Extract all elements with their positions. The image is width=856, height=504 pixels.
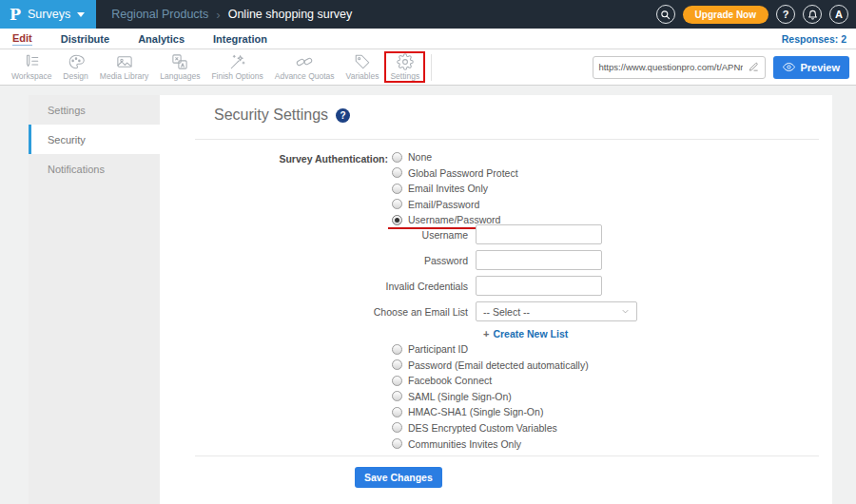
search-icon — [660, 10, 671, 20]
username-input[interactable] — [476, 224, 602, 244]
radio-icon[interactable] — [392, 376, 402, 386]
sidebar-item-notifications[interactable]: Notifications — [29, 154, 160, 184]
username-row: Username — [195, 224, 637, 244]
auth-options-bottom: Participant ID Password (Email detected … — [392, 343, 589, 450]
radio-icon[interactable] — [392, 167, 402, 178]
breadcrumb-folder[interactable]: Regional Products — [111, 8, 208, 21]
edit-url-button[interactable] — [743, 62, 765, 72]
toolbar-right: https://www.questionpro.com/t/APNrFZ Pre… — [593, 56, 856, 79]
bell-icon — [807, 10, 818, 20]
avatar[interactable]: A — [829, 5, 848, 24]
search-button[interactable] — [656, 5, 675, 24]
tab-integration[interactable]: Integration — [213, 33, 267, 45]
questionpro-logo: P — [10, 6, 21, 24]
pencil-icon — [749, 62, 759, 72]
radio-icon[interactable] — [392, 438, 402, 449]
radio-icon[interactable] — [392, 152, 402, 163]
radio-global-password-protect[interactable]: Global Password Protect — [392, 167, 518, 179]
chevron-down-icon — [620, 306, 636, 317]
upgrade-now-button[interactable]: Upgrade Now — [683, 6, 768, 24]
invalid-credentials-row: Invalid Credentials — [195, 276, 637, 296]
eye-icon — [783, 61, 795, 73]
topbar-actions: Upgrade Now ? A — [656, 5, 856, 24]
radio-icon[interactable] — [392, 199, 402, 209]
email-list-row: Choose an Email List -- Select -- — [195, 301, 637, 321]
breadcrumb-separator: › — [216, 8, 220, 22]
toolbar-item-workspace[interactable]: Workspace — [6, 51, 57, 83]
survey-authentication-label: Survey Authentication: — [195, 153, 388, 165]
radio-saml-sso[interactable]: SAML (Single Sign-On) — [392, 391, 589, 402]
design-icon — [68, 53, 85, 70]
email-list-label: Choose an Email List — [195, 306, 476, 318]
radio-communities-invites-only[interactable]: Communities Invites Only — [392, 438, 589, 450]
media-library-icon — [116, 53, 133, 70]
toolbar-item-advance-quotas[interactable]: Advance Quotas — [269, 51, 340, 83]
tab-edit[interactable]: Edit — [12, 32, 32, 46]
survey-url-field[interactable]: https://www.questionpro.com/t/APNrFZ — [593, 56, 766, 79]
radio-email-invites-only[interactable]: Email Invites Only — [392, 183, 518, 194]
auth-options-top: None Global Password Protect Email Invit… — [392, 151, 518, 225]
toolbar-item-design[interactable]: Design — [57, 51, 93, 83]
radio-des-encrypted-custom-variables[interactable]: DES Encrypted Custom Variables — [392, 422, 589, 434]
radio-icon[interactable] — [392, 391, 402, 401]
radio-icon[interactable] — [392, 359, 402, 370]
plus-icon: + — [483, 328, 489, 339]
password-input[interactable] — [476, 250, 602, 270]
toolbar-item-finish-options[interactable]: Finish Options — [205, 51, 268, 83]
invalid-credentials-input[interactable] — [476, 276, 602, 296]
help-icon[interactable]: ? — [336, 108, 350, 123]
radio-icon[interactable] — [392, 184, 402, 194]
survey-url-text: https://www.questionpro.com/t/APNrFZ — [593, 62, 743, 72]
content-area: Settings Security Notifications Security… — [0, 86, 856, 504]
divider — [195, 456, 819, 456]
password-label: Password — [195, 255, 476, 266]
radio-participant-id[interactable]: Participant ID — [392, 343, 589, 355]
surveys-menu-label: Surveys — [28, 8, 70, 21]
settings-gear-icon — [397, 53, 414, 70]
invalid-credentials-label: Invalid Credentials — [195, 281, 476, 292]
chevron-down-icon — [77, 12, 85, 17]
credential-fields: Username Password Invalid Credentials Ch… — [195, 224, 637, 327]
notifications-button[interactable] — [803, 5, 822, 24]
email-list-select[interactable]: -- Select -- — [476, 301, 637, 321]
survey-toolbar: Workspace Design Media Library Languages… — [0, 49, 856, 86]
radio-email-password[interactable]: Email/Password — [392, 199, 518, 210]
radio-password-email-detected[interactable]: Password (Email detected automatically) — [392, 359, 589, 371]
toolbar-item-variables[interactable]: Variables — [340, 51, 385, 83]
variables-icon — [354, 53, 371, 70]
create-new-list-link[interactable]: + Create New List — [483, 328, 568, 339]
password-row: Password — [195, 250, 637, 270]
radio-icon[interactable] — [392, 344, 402, 355]
workspace-icon — [23, 53, 40, 70]
username-label: Username — [195, 229, 476, 241]
toolbar-item-media-library[interactable]: Media Library — [94, 51, 155, 83]
toolbar-item-settings[interactable]: Settings — [384, 51, 425, 83]
radio-none[interactable]: None — [392, 151, 518, 163]
sidebar-item-settings[interactable]: Settings — [29, 95, 160, 125]
radio-icon[interactable] — [392, 407, 402, 417]
finish-options-icon — [229, 53, 246, 70]
radio-icon[interactable] — [392, 422, 402, 433]
responses-count[interactable]: Responses: 2 — [782, 33, 856, 45]
breadcrumb: Regional Products › Online shopping surv… — [111, 8, 352, 22]
languages-icon — [171, 53, 188, 70]
advance-quotas-icon — [296, 53, 313, 70]
email-list-selected-value: -- Select -- — [477, 306, 620, 318]
save-changes-button[interactable]: Save Changes — [355, 467, 442, 488]
radio-facebook-connect[interactable]: Facebook Connect — [392, 375, 589, 386]
breadcrumb-survey-name: Online shopping survey — [228, 8, 353, 21]
security-settings-panel: Security Settings ? Survey Authenticatio… — [160, 95, 832, 504]
surveys-menu[interactable]: P Surveys — [0, 0, 96, 29]
tab-distribute[interactable]: Distribute — [61, 33, 109, 45]
preview-button[interactable]: Preview — [773, 56, 849, 79]
toolbar-item-languages[interactable]: Languages — [154, 51, 205, 83]
tab-analytics[interactable]: Analytics — [138, 33, 185, 45]
survey-tab-bar: Edit Distribute Analytics Integration Re… — [0, 29, 856, 49]
radio-hmac-sha1-sso[interactable]: HMAC-SHA1 (Single Sign-On) — [392, 406, 589, 417]
page-title: Security Settings ? — [214, 107, 350, 124]
top-navigation-bar: P Surveys Regional Products › Online sho… — [0, 0, 856, 29]
settings-sidebar: Settings Security Notifications — [29, 95, 160, 504]
divider — [195, 139, 819, 140]
help-button[interactable]: ? — [776, 5, 795, 24]
sidebar-item-security[interactable]: Security — [29, 125, 160, 154]
